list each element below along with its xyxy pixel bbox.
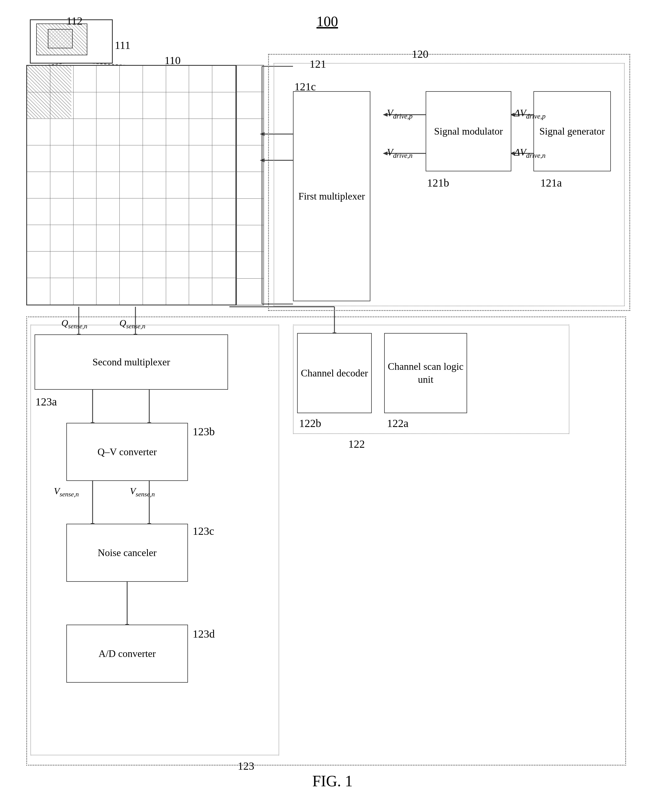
- label-121a: 121a: [541, 176, 562, 189]
- label-120: 120: [412, 47, 428, 61]
- label-vsense-n-left: Vsense,n: [54, 486, 79, 498]
- label-vdrive-n: Vdrive,n: [387, 146, 413, 159]
- label-vsense-n-right: Vsense,n: [130, 486, 155, 498]
- block-channel-decoder: Channel decoder: [297, 333, 372, 413]
- label-122a: 122a: [387, 417, 408, 430]
- fig-label: FIG. 1: [312, 772, 353, 790]
- label-121c: 121c: [294, 80, 316, 93]
- label-121b: 121b: [427, 176, 449, 189]
- block-noise-canceler: Noise canceler: [66, 524, 188, 582]
- label-123: 123: [238, 760, 254, 773]
- label-122: 122: [348, 437, 365, 450]
- block-signal-modulator: Signal modulator: [426, 91, 511, 171]
- block-ad-converter: A/D converter: [66, 625, 188, 683]
- label-121: 121: [310, 57, 326, 70]
- label-123c: 123c: [193, 525, 214, 537]
- block-channel-scan: Channel scan logic unit: [384, 333, 467, 413]
- label-123d: 123d: [193, 627, 215, 640]
- label-111: 111: [115, 39, 131, 52]
- column-strip: [236, 65, 264, 305]
- label-delta-vdrive-n: ΔVdrive,n: [514, 146, 545, 159]
- label-delta-vdrive-p: ΔVdrive,p: [514, 107, 545, 120]
- label-qsense-n-right: Qsense,n: [120, 318, 146, 330]
- label-vdrive-p: Vdrive,p: [387, 107, 413, 120]
- block-qv-converter: Q–V converter: [66, 423, 188, 481]
- block-second-multiplexer: Second multiplexer: [34, 334, 228, 390]
- label-qsense-n-left: Qsense,n: [61, 318, 87, 330]
- panel-110: [26, 65, 236, 305]
- label-112: 112: [66, 15, 83, 27]
- diagram-title: 100: [316, 13, 338, 29]
- label-122b: 122b: [299, 417, 321, 430]
- label-123a: 123a: [35, 395, 57, 408]
- label-123b: 123b: [193, 425, 215, 438]
- block-first-multiplexer: First multiplexer: [293, 91, 370, 301]
